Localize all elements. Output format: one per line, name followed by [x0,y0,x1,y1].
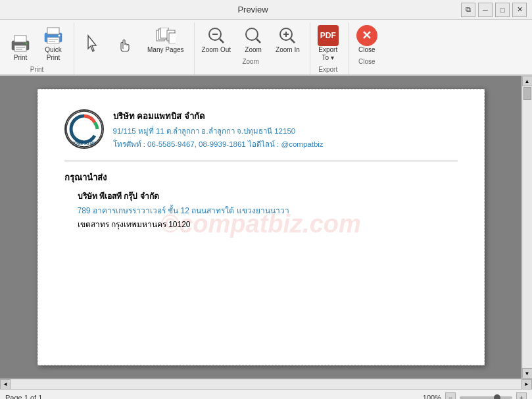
toolbar-group-close: ✕ Close Close [352,22,387,74]
toolbar-group-export: PDF Export To ▾ Export [313,22,349,74]
svg-rect-4 [16,49,22,50]
minimize-button[interactable]: ─ [478,3,493,17]
h-scroll-track[interactable] [11,380,521,389]
print-buttons: Print Quick Print [5,22,68,65]
zoom-level: 100% [423,394,441,400]
hand-button[interactable] [110,30,140,57]
close-preview-button[interactable]: ✕ Close [352,22,382,57]
scroll-left-button[interactable]: ◄ [0,379,11,390]
company-name: บริษัท คอมแพทบิส จำกัด [113,109,324,123]
toolbar-group-zoom: Zoom Out Zoom [197,22,310,74]
close-preview-label: Close [358,46,375,54]
recipient-name: บริษัท พีเอสที กรุ๊ป จำกัด [78,190,458,202]
svg-rect-3 [16,47,25,48]
close-window-button[interactable]: ✕ [512,3,527,17]
zoom-group-label: Zoom [242,58,259,66]
hand-icon [114,33,135,54]
zoom-in-label: Zoom In [276,46,300,54]
toolbar-group-print: Print Quick Print Print [5,22,74,74]
company-phone: โทรศัพท์ : 06-5585-9467, 08-9939-1861 ไอ… [113,138,324,150]
svg-rect-10 [49,41,55,42]
pointer-icon [82,33,103,54]
maximize-button[interactable]: □ [495,3,510,17]
quick-print-icon [43,25,64,46]
horizontal-scrollbar[interactable]: ◄ ► [0,379,532,389]
svg-marker-12 [88,36,96,51]
scroll-track[interactable] [523,86,532,368]
zoom-label: Zoom [245,46,262,54]
zoom-in-icon [277,25,298,46]
zoom-out-icon [206,25,227,46]
zoom-slider-thumb[interactable] [494,394,500,400]
scroll-right-button[interactable]: ► [521,379,532,390]
zoom-button[interactable]: Zoom [238,22,268,57]
close-group-label: Close [358,58,375,66]
preview-area: ©compatbiz.com COMPATB [0,76,532,379]
window-controls: ⧉ ─ □ ✕ [461,3,527,17]
phone-text: โทรศัพท์ : 06-5585-9467, 08-9939-1861 [113,140,246,148]
many-pages-icon [155,25,176,46]
svg-line-22 [256,39,260,43]
send-label: กรุณานำส่ง [64,171,458,184]
svg-line-20 [220,39,224,43]
page-canvas: ©compatbiz.com COMPATB [0,76,521,379]
document-content: COMPATBIZ บริษัท คอมแพทบิส จำกัด 91/115 … [64,109,458,230]
many-pages-button[interactable]: Many Pages [143,22,189,57]
quick-print-button[interactable]: Quick Print [38,22,68,65]
svg-rect-1 [14,36,26,42]
zoom-out-label: Zoom Out [202,46,231,54]
zoom-slider[interactable] [460,396,512,399]
print-button[interactable]: Print [5,30,36,65]
svg-point-5 [26,43,28,45]
divider [64,161,458,161]
status-bar: Page 1 of 1 100% − + [0,389,532,399]
zoom-in-button[interactable]: Zoom In [271,22,304,57]
restore-button[interactable]: ⧉ [461,3,475,17]
svg-rect-7 [47,28,59,34]
pointer-button[interactable] [77,30,107,57]
scroll-up-button[interactable]: ▲ [522,76,533,86]
svg-point-21 [246,28,258,40]
scroll-thumb[interactable] [523,87,531,100]
line-text: ไอดีไลน์ : @compatbiz [248,140,324,148]
svg-rect-17 [169,33,176,43]
export-group-label: Export [318,66,337,74]
svg-point-11 [59,35,60,37]
company-info: บริษัท คอมแพทบิส จำกัด 91/115 หมู่ที่ 11… [113,109,324,150]
scroll-down-button[interactable]: ▼ [522,368,533,379]
svg-text:COMPATBIZ: COMPATBIZ [70,141,97,146]
pointer-buttons: Many Pages [77,22,189,57]
export-to-button[interactable]: PDF Export To ▾ [313,22,343,65]
print-label: Print [14,54,28,62]
company-header: COMPATBIZ บริษัท คอมแพทบิส จำกัด 91/115 … [64,109,458,150]
print-icon [10,33,31,54]
window-title: Preview [45,5,461,14]
svg-line-26 [291,39,295,43]
recipient-info: บริษัท พีเอสที กรุ๊ป จำกัด 789 อาคารเกษร… [78,190,458,230]
svg-rect-2 [14,45,26,51]
export-buttons: PDF Export To ▾ [313,22,343,65]
export-to-icon: PDF [318,25,339,46]
zoom-decrease-button[interactable]: − [445,392,456,400]
export-to-label: Export To ▾ [318,46,337,62]
recipient-addr: 789 อาคารเกษรราวาเวอร์ ชั้น 12 ถนนสาทรใต… [78,204,458,217]
zoom-out-button[interactable]: Zoom Out [197,22,235,57]
zoom-icon [243,25,264,46]
document-page: ©compatbiz.com COMPATB [37,89,485,365]
svg-rect-8 [47,38,59,43]
zoom-buttons: Zoom Out Zoom [197,22,304,57]
page-info: Page 1 of 1 [5,394,423,400]
title-bar: Preview ⧉ ─ □ ✕ [0,0,532,20]
quick-print-label: Quick Print [45,46,62,62]
zoom-controls: 100% − + [423,392,527,400]
company-logo: COMPATBIZ [64,109,104,149]
print-group-label: Print [30,66,44,74]
many-pages-label: Many Pages [147,46,184,54]
toolbar-group-pointer: Many Pages [77,22,195,74]
company-addr: 91/115 หมู่ที่ 11 ต.ลำลูกกา อ.ลำลูกกา จ.… [113,125,324,137]
svg-rect-9 [49,39,58,40]
vertical-scrollbar[interactable]: ▲ ▼ [521,76,532,379]
toolbar: Print Quick Print Print [0,20,532,76]
close-preview-icon: ✕ [356,25,377,46]
zoom-increase-button[interactable]: + [516,392,527,400]
